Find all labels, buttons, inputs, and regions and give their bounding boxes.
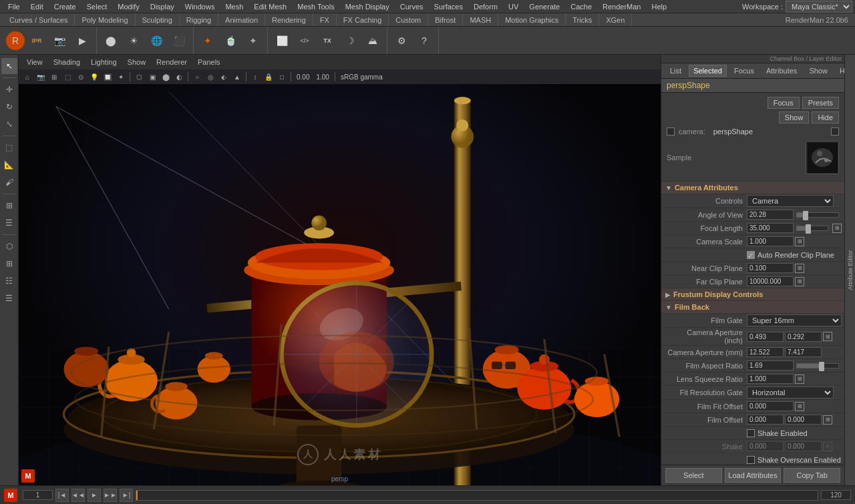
menu-select[interactable]: Select: [81, 0, 113, 13]
attr-frg-dropdown[interactable]: Horizontal Vertical Fill: [747, 387, 834, 399]
menu-mesh[interactable]: Mesh: [220, 0, 248, 13]
vp-ctrl-anti[interactable]: ▲: [231, 71, 243, 83]
attr-sh-y[interactable]: [785, 441, 822, 451]
tool-paint[interactable]: 🖌: [1, 174, 17, 190]
hide-button[interactable]: Hide: [812, 111, 839, 123]
attr-cai-x[interactable]: [747, 332, 784, 342]
viewport-menu-lighting[interactable]: Lighting: [86, 58, 122, 66]
tab-attributes[interactable]: Attributes: [761, 65, 802, 77]
presets-button[interactable]: Presets: [802, 97, 839, 109]
tool-outliner[interactable]: ☰: [1, 215, 17, 231]
menu-windows[interactable]: Windows: [180, 0, 220, 13]
viewport-menu-view[interactable]: View: [21, 58, 48, 66]
attr-cs-input[interactable]: [747, 236, 794, 246]
menu-help[interactable]: Help: [646, 0, 672, 13]
toolbar-teapot-btn[interactable]: 🍵: [220, 30, 241, 51]
attr-sh-box[interactable]: ⊞: [823, 442, 832, 451]
toolbar-help-btn[interactable]: ?: [413, 30, 435, 51]
attr-fo-y[interactable]: [785, 415, 822, 425]
toolbar-code-btn[interactable]: </>: [294, 30, 315, 51]
toolbar-play-btn[interactable]: ▶: [71, 30, 93, 51]
tool-snap[interactable]: ⬚: [1, 140, 17, 156]
camera-checkbox-2[interactable]: [831, 128, 839, 136]
vp-ctrl-lock[interactable]: 🔒: [263, 71, 275, 83]
vp-ctrl-home[interactable]: ⌂: [21, 71, 33, 83]
attr-cam-x[interactable]: [747, 347, 784, 357]
attr-controls-dropdown[interactable]: Camera: [747, 195, 834, 207]
vp-ctrl-texture[interactable]: ▣: [146, 71, 158, 83]
menu-curves[interactable]: Curves: [395, 0, 429, 13]
attr-cs-box[interactable]: ⊞: [795, 237, 804, 246]
toolbar-gear-btn[interactable]: ⚙: [391, 30, 412, 51]
shelf-tab-bifrost[interactable]: Bifrost: [428, 13, 463, 26]
shelf-tab-custom[interactable]: Custom: [389, 13, 428, 26]
attr-ls-input[interactable]: [747, 374, 794, 384]
vp-ctrl-select-m[interactable]: □: [276, 71, 288, 83]
menu-display[interactable]: Display: [145, 0, 180, 13]
attr-aov-slider[interactable]: [796, 212, 839, 218]
attr-sh-x[interactable]: [747, 441, 784, 451]
vp-ctrl-camera[interactable]: 📷: [35, 71, 47, 83]
attr-nc-box[interactable]: ⊞: [795, 264, 804, 273]
copy-tab-button[interactable]: Copy Tab: [784, 468, 840, 483]
tool-misc3[interactable]: ☷: [1, 273, 17, 289]
toolbar-cam-btn[interactable]: 📷: [49, 30, 70, 51]
toolbar-filter-btn[interactable]: ⬛: [168, 30, 190, 51]
tab-focus[interactable]: Focus: [729, 65, 759, 77]
tool-misc2[interactable]: ⊞: [1, 256, 17, 272]
shelf-tab-xgen[interactable]: XGen: [599, 13, 632, 26]
vp-ctrl-move[interactable]: ↕: [249, 71, 261, 83]
show-button[interactable]: Show: [779, 111, 810, 123]
menu-renderman[interactable]: RenderMan: [597, 0, 646, 13]
timeline-next-frame[interactable]: ►|: [120, 489, 133, 502]
tool-measure[interactable]: 📐: [1, 157, 17, 173]
tool-move[interactable]: ✛: [1, 81, 17, 97]
shelf-tab-rendering[interactable]: Rendering: [265, 13, 313, 26]
timeline-end[interactable]: [821, 490, 851, 500]
focus-button[interactable]: Focus: [767, 97, 800, 109]
attr-fl-slider[interactable]: [796, 226, 828, 231]
toolbar-mountain-btn[interactable]: ⛰: [362, 30, 383, 51]
vp-ctrl-ao[interactable]: ○: [191, 71, 203, 83]
menu-mesh-display[interactable]: Mesh Display: [340, 0, 395, 13]
tab-list[interactable]: List: [665, 65, 686, 77]
vp-ctrl-grid[interactable]: ⊞: [48, 71, 60, 83]
shelf-tab-curves[interactable]: Curves / Surfaces: [3, 13, 75, 26]
viewport-menu-show[interactable]: Show: [122, 58, 152, 66]
attr-nc-input[interactable]: [747, 263, 794, 273]
tool-layer[interactable]: ⊞: [1, 198, 17, 214]
tool-rotate[interactable]: ↻: [1, 99, 17, 115]
attr-fo-box[interactable]: ⊞: [823, 415, 832, 425]
vp-ctrl-material[interactable]: 🔲: [102, 71, 114, 83]
menu-surfaces[interactable]: Surfaces: [429, 0, 468, 13]
select-button[interactable]: Select: [665, 468, 722, 483]
vp-ctrl-fx[interactable]: ✦: [115, 71, 127, 83]
attr-ffo-box[interactable]: ⊞: [795, 402, 804, 411]
toolbar-tx-btn[interactable]: TX: [317, 30, 338, 51]
toolbar-render-btn[interactable]: ⬜: [271, 30, 293, 51]
attr-cai-box[interactable]: ⊞: [823, 332, 832, 341]
vp-ctrl-motion-blur[interactable]: ⬖: [218, 71, 230, 83]
vp-ctrl-mesh[interactable]: ⬚: [61, 71, 73, 83]
toolbar-moon-btn[interactable]: ☽: [339, 30, 361, 51]
timeline-bar[interactable]: [136, 490, 818, 501]
menu-deform[interactable]: Deform: [468, 0, 503, 13]
viewport-menu-panels[interactable]: Panels: [192, 58, 226, 66]
menu-generate[interactable]: Generate: [524, 0, 565, 13]
menu-create[interactable]: Create: [49, 0, 81, 13]
vp-ctrl-shadow[interactable]: ◐: [173, 71, 185, 83]
timeline-start[interactable]: [23, 490, 53, 500]
tab-selected[interactable]: Selected: [689, 65, 727, 77]
vp-ctrl-light[interactable]: 💡: [88, 71, 100, 83]
attr-ls-box[interactable]: ⊞: [795, 374, 804, 384]
tool-scale[interactable]: ⤡: [1, 116, 17, 132]
attr-cam-y[interactable]: [785, 347, 822, 357]
timeline-play-fwd[interactable]: ►: [88, 489, 101, 502]
menu-mesh-tools[interactable]: Mesh Tools: [292, 0, 339, 13]
sample-thumb[interactable]: [806, 141, 839, 174]
load-attributes-button[interactable]: Load Attributes: [725, 468, 782, 483]
vp-ctrl-render[interactable]: ⬤: [160, 71, 172, 83]
vp-ctrl-isolate[interactable]: ⬡: [133, 71, 145, 83]
shelf-tab-sculpting[interactable]: Sculpting: [136, 13, 180, 26]
toolbar-sphere-btn[interactable]: ⬤: [100, 30, 122, 51]
